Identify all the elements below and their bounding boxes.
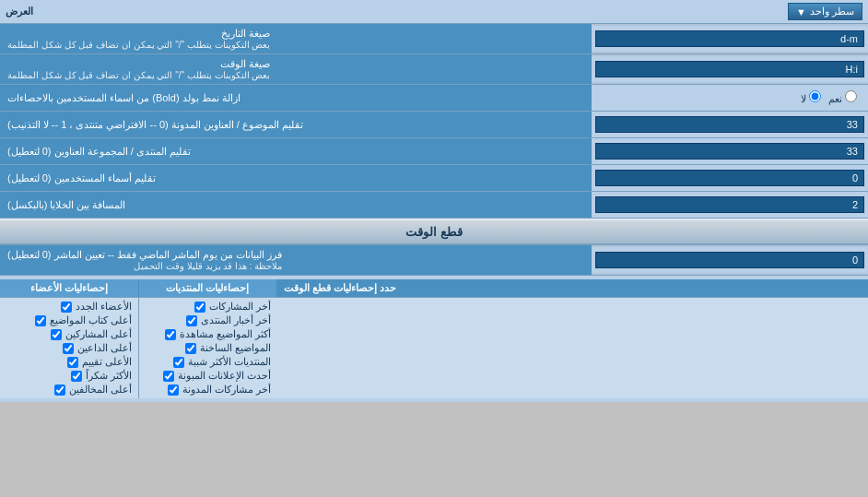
topic-titles-row: تقليم الموضوع / العناوين المدونة (0 -- ا… <box>0 112 868 138</box>
time-format-label-line2: بعض التكوينات يتطلب "/" التي يمكن ان تضا… <box>7 70 270 80</box>
checkbox-item: أعلى المخالفين <box>6 383 133 396</box>
checkbox-members-1-label: الأعضاء الجدد <box>76 301 132 313</box>
checkbox-forums-4[interactable] <box>185 343 196 354</box>
cutoff-label: فرز البيانات من يوم الماشر الماضي فقط --… <box>0 245 592 275</box>
topic-titles-input[interactable] <box>595 116 864 133</box>
checkbox-forums-1-label: أخر المشاركات <box>209 301 271 313</box>
bold-remove-row: نعم لا ازالة نمط بولد (Bold) من اسماء ال… <box>0 85 868 112</box>
checkbox-forums-2-label: أخر أخبار المنتدى <box>201 314 271 326</box>
checkbox-forums-3[interactable] <box>165 329 176 340</box>
checkbox-forums-1[interactable] <box>194 302 205 313</box>
checkbox-item: أعلى المشاركين <box>6 327 133 341</box>
cell-spacing-row: المسافة بين الخلايا (بالبكسل) <box>0 192 868 219</box>
date-format-label-line1: صيغة التاريخ <box>7 28 270 40</box>
cell-spacing-label: المسافة بين الخلايا (بالبكسل) <box>0 192 592 218</box>
checkbox-item: المواضيع الساخنة <box>145 341 272 355</box>
checkbox-members-2[interactable] <box>35 315 46 326</box>
topic-titles-label: تقليم الموضوع / العناوين المدونة (0 -- ا… <box>0 112 592 137</box>
checkbox-forums-6[interactable] <box>163 371 174 382</box>
cutoff-label-line1: فرز البيانات من يوم الماشر الماضي فقط --… <box>7 249 282 261</box>
usernames-trim-input-area <box>592 165 868 191</box>
checkbox-members-7[interactable] <box>54 385 65 396</box>
checkboxes-label-area <box>276 298 868 398</box>
cell-spacing-input[interactable] <box>595 196 864 213</box>
checkbox-members-4-label: أعلى الداعين <box>77 342 132 354</box>
forum-usernames-input[interactable] <box>595 143 864 160</box>
checkbox-forums-5-label: المنتديات الأكثر شببة <box>188 356 271 368</box>
checkbox-item: أخر أخبار المنتدى <box>145 314 272 327</box>
col-header-forums: إحصاءليات المنتديات <box>139 279 277 297</box>
checkbox-item: أعلى الداعين <box>6 341 133 355</box>
checkbox-item: الأكثر شكراً <box>6 369 133 383</box>
checkbox-members-7-label: أعلى المخالفين <box>69 384 132 396</box>
checkbox-forums-3-label: أكثر المواضيع مشاهدة <box>180 328 271 340</box>
checkbox-members-5-label: الأعلى تقييم <box>82 356 132 368</box>
date-format-input[interactable] <box>595 30 864 47</box>
cutoff-input[interactable] <box>595 252 864 268</box>
bold-radio-yes-label[interactable]: نعم <box>828 90 857 105</box>
checkbox-item: المنتديات الأكثر شببة <box>145 355 272 369</box>
time-format-row: صيغة الوقت بعض التكوينات يتطلب "/" التي … <box>0 54 868 85</box>
checkbox-members-6[interactable] <box>71 371 82 382</box>
checkbox-forums-7-label: أخر مشاركات المدونة <box>182 384 271 396</box>
top-row-label: العرض <box>6 6 33 18</box>
checkbox-forums-4-label: المواضيع الساخنة <box>200 342 271 354</box>
checkbox-forums-6-label: أحدث الإعلانات المبونة <box>178 370 271 382</box>
usernames-trim-row: تقليم أسماء المستخدمين (0 لتعطيل) <box>0 165 868 192</box>
bold-radio-no[interactable] <box>809 90 821 102</box>
col-forums: أخر المشاركات أخر أخبار المنتدى أكثر الم… <box>139 298 277 398</box>
bold-remove-label: ازالة نمط بولد (Bold) من اسماء المستخدمي… <box>0 85 592 111</box>
forum-usernames-row: تقليم المنتدى / المجموعة العناوين (0 لتع… <box>0 138 868 165</box>
checkboxes-main-header: حدد إحصاءليات قطع الوقت <box>276 279 868 297</box>
date-format-input-area <box>592 26 868 52</box>
checkbox-members-2-label: أعلى كتاب المواضيع <box>50 314 132 326</box>
forum-usernames-input-area <box>592 138 868 164</box>
checkbox-item: أخر المشاركات <box>145 300 272 314</box>
checkbox-forums-5[interactable] <box>173 357 184 368</box>
topic-titles-input-area <box>592 112 868 137</box>
checkbox-members-3[interactable] <box>51 329 62 340</box>
checkbox-item: الأعضاء الجدد <box>6 300 133 314</box>
checkbox-members-6-label: الأكثر شكراً <box>86 370 132 382</box>
checkbox-item: الأعلى تقييم <box>6 355 133 369</box>
bold-remove-input-area: نعم لا <box>592 85 868 111</box>
cell-spacing-input-area <box>592 192 868 218</box>
cutoff-label-line2: ملاحظة : هذا قد يزيد قليلا وقت التحميل <box>7 261 282 271</box>
bold-radio-yes[interactable] <box>845 90 857 102</box>
cutoff-section-header: قطع الوقت <box>0 219 868 245</box>
col-members: الأعضاء الجدد أعلى كتاب المواضيع أعلى ال… <box>0 298 139 398</box>
checkbox-members-3-label: أعلى المشاركين <box>65 328 132 340</box>
display-dropdown[interactable]: سطر واحد ▼ <box>788 3 862 20</box>
cutoff-row: فرز البيانات من يوم الماشر الماضي فقط --… <box>0 245 868 276</box>
checkbox-members-4[interactable] <box>63 343 74 354</box>
time-format-input[interactable] <box>595 61 864 77</box>
checkbox-item: أخر مشاركات المدونة <box>145 383 272 396</box>
checkbox-item: أحدث الإعلانات المبونة <box>145 369 272 383</box>
date-format-label: صيغة التاريخ بعض التكوينات يتطلب "/" الت… <box>0 24 592 53</box>
checkbox-members-5[interactable] <box>67 357 78 368</box>
time-format-label: صيغة الوقت بعض التكوينات يتطلب "/" التي … <box>0 54 592 84</box>
checkboxes-body: أخر المشاركات أخر أخبار المنتدى أكثر الم… <box>0 298 868 398</box>
checkbox-forums-7[interactable] <box>168 385 179 396</box>
checkbox-members-1[interactable] <box>61 302 72 313</box>
date-format-row: صيغة التاريخ بعض التكوينات يتطلب "/" الت… <box>0 24 868 54</box>
checkbox-item: أكثر المواضيع مشاهدة <box>145 327 272 341</box>
usernames-trim-input[interactable] <box>595 170 864 186</box>
usernames-trim-label: تقليم أسماء المستخدمين (0 لتعطيل) <box>0 165 592 191</box>
time-format-input-area <box>592 56 868 82</box>
top-row: سطر واحد ▼ العرض <box>0 0 868 24</box>
checkboxes-section: حدد إحصاءليات قطع الوقت إحصاءليات المنتد… <box>0 276 868 402</box>
cutoff-input-area <box>592 247 868 273</box>
dropdown-arrow-icon: ▼ <box>796 6 806 18</box>
forum-usernames-label: تقليم المنتدى / المجموعة العناوين (0 لتع… <box>0 138 592 164</box>
checkbox-item: أعلى كتاب المواضيع <box>6 314 133 327</box>
col-header-members: إحصاءليات الأعضاء <box>0 279 139 297</box>
date-format-label-line2: بعض التكوينات يتطلب "/" التي يمكن ان تضا… <box>7 40 270 50</box>
time-format-label-line1: صيغة الوقت <box>7 58 270 70</box>
bold-radio-group: نعم لا <box>793 89 864 107</box>
bold-radio-no-label[interactable]: لا <box>801 90 821 105</box>
dropdown-label: سطر واحد <box>810 6 854 18</box>
checkbox-forums-2[interactable] <box>186 315 197 326</box>
